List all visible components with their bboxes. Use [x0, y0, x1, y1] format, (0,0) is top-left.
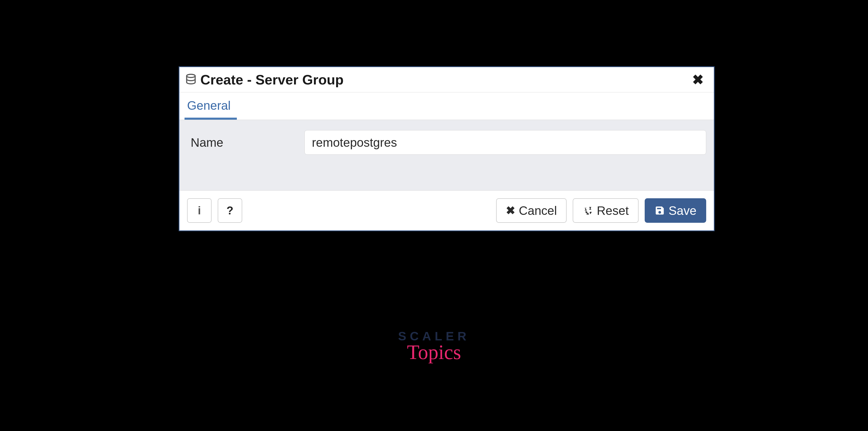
tab-general[interactable]: General [185, 92, 237, 120]
info-button[interactable]: i [187, 198, 212, 223]
dialog-title: Create - Server Group [200, 72, 343, 88]
dialog-title-wrap: Create - Server Group [185, 72, 690, 88]
svg-point-0 [187, 74, 195, 78]
cancel-label: Cancel [519, 204, 557, 218]
reset-button[interactable]: Reset [573, 198, 638, 223]
info-icon: i [198, 205, 201, 216]
watermark: SCALER Topics [398, 329, 470, 364]
create-server-group-dialog: Create - Server Group ✖ General Name i ?… [179, 66, 715, 231]
question-icon: ? [227, 205, 234, 216]
watermark-topics: Topics [398, 341, 470, 364]
close-icon: ✖ [506, 205, 515, 216]
close-icon[interactable]: ✖ [690, 73, 706, 87]
form-row-name: Name [187, 130, 706, 155]
name-label: Name [187, 135, 299, 150]
dialog-footer: i ? ✖ Cancel Reset Save [179, 190, 714, 230]
reset-label: Reset [597, 204, 629, 218]
cancel-button[interactable]: ✖ Cancel [496, 198, 566, 223]
dialog-tabs: General [179, 92, 714, 120]
name-field[interactable] [305, 130, 706, 155]
recycle-icon [582, 205, 593, 216]
save-label: Save [669, 204, 696, 218]
save-button[interactable]: Save [645, 198, 706, 223]
save-icon [654, 205, 665, 216]
help-button[interactable]: ? [218, 198, 242, 223]
dialog-body: Name [179, 120, 714, 190]
server-group-icon [185, 73, 197, 86]
dialog-header: Create - Server Group ✖ [179, 67, 714, 92]
